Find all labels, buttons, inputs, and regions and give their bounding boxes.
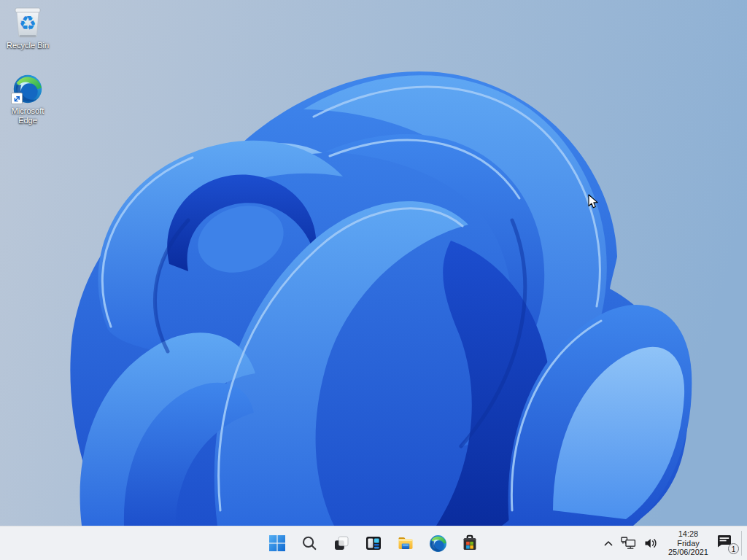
- bloom-wallpaper: [0, 0, 747, 526]
- desktop-icon-label: Microsoft Edge: [12, 106, 44, 125]
- edge-logo-icon: [429, 534, 447, 553]
- system-tray: 14:28 Friday 25/06/2021 1: [599, 526, 747, 560]
- file-explorer-button[interactable]: [391, 529, 420, 558]
- network-button[interactable]: [618, 529, 640, 558]
- task-view-button[interactable]: [327, 529, 356, 558]
- desktop-icon-recycle-bin[interactable]: ♻ Recycle Bin: [0, 5, 55, 50]
- edge-button[interactable]: [423, 529, 452, 558]
- recycle-bin-icon: ♻: [13, 5, 42, 39]
- show-desktop-button[interactable]: [741, 526, 747, 560]
- edge-logo-icon: [12, 74, 43, 104]
- taskbar-clock[interactable]: 14:28 Friday 25/06/2021: [663, 529, 713, 557]
- clock-time: 14:28: [668, 529, 708, 539]
- store-bag-icon: [461, 534, 479, 553]
- volume-button[interactable]: [640, 529, 663, 558]
- windows-11-desktop: ♻ Recycle Bin Microsoft Edge: [0, 0, 747, 560]
- mouse-cursor: [588, 194, 598, 209]
- clock-date: 25/06/2021: [668, 548, 708, 557]
- notification-badge: 1: [728, 543, 739, 554]
- notification-center-button[interactable]: 1: [713, 529, 741, 558]
- taskbar: 14:28 Friday 25/06/2021 1: [0, 526, 747, 560]
- speaker-icon: [644, 537, 658, 549]
- chevron-up-icon: [603, 540, 614, 548]
- search-button[interactable]: [295, 529, 324, 558]
- widgets-button[interactable]: [359, 529, 388, 558]
- shortcut-arrow-icon: [11, 93, 23, 104]
- hidden-icons-button[interactable]: [599, 529, 618, 558]
- edge-label-line1: Microsoft: [12, 106, 44, 116]
- desktop-icon-label: Recycle Bin: [7, 41, 49, 50]
- desktop[interactable]: ♻ Recycle Bin Microsoft Edge: [0, 0, 747, 526]
- search-icon: [301, 534, 318, 552]
- desktop-icon-microsoft-edge[interactable]: Microsoft Edge: [0, 74, 55, 125]
- recycle-symbol-icon: ♻: [19, 12, 36, 34]
- windows-logo-icon: [268, 534, 286, 552]
- taskbar-app-buttons: [263, 529, 484, 558]
- ethernet-network-icon: [621, 537, 636, 550]
- edge-label-line2: Edge: [12, 116, 44, 125]
- start-button[interactable]: [263, 529, 292, 558]
- task-view-icon: [333, 534, 350, 552]
- clock-day: Friday: [668, 539, 708, 548]
- store-button[interactable]: [455, 529, 484, 558]
- widgets-icon: [365, 534, 382, 552]
- folder-icon: [397, 534, 414, 552]
